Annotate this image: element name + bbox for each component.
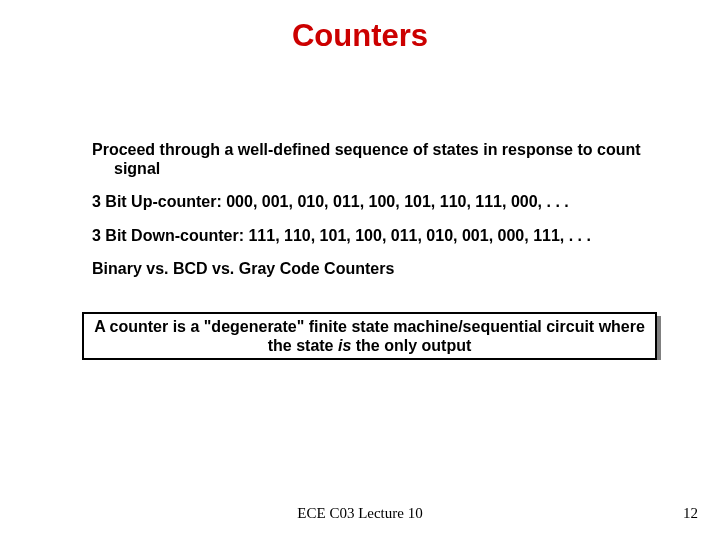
paragraph-up-counter: 3 Bit Up-counter: 000, 001, 010, 011, 10… <box>92 192 647 211</box>
spacer <box>92 178 647 192</box>
footer-page-number: 12 <box>683 505 698 522</box>
slide-title: Counters <box>0 18 720 54</box>
paragraph-down-counter: 3 Bit Down-counter: 111, 110, 101, 100, … <box>92 226 647 245</box>
callout-box-content: A counter is a "degenerate" finite state… <box>82 312 657 360</box>
spacer <box>92 212 647 226</box>
slide: Counters Proceed through a well-defined … <box>0 0 720 540</box>
callout-text-emphasis: is <box>338 337 351 354</box>
paragraph-types: Binary vs. BCD vs. Gray Code Counters <box>92 259 647 278</box>
paragraph-intro: Proceed through a well-defined sequence … <box>92 140 647 178</box>
slide-body: Proceed through a well-defined sequence … <box>92 140 647 278</box>
callout-text-post: the only output <box>351 337 471 354</box>
footer-lecture: ECE C03 Lecture 10 <box>0 505 720 522</box>
callout-box: A counter is a "degenerate" finite state… <box>82 312 659 360</box>
spacer <box>92 245 647 259</box>
